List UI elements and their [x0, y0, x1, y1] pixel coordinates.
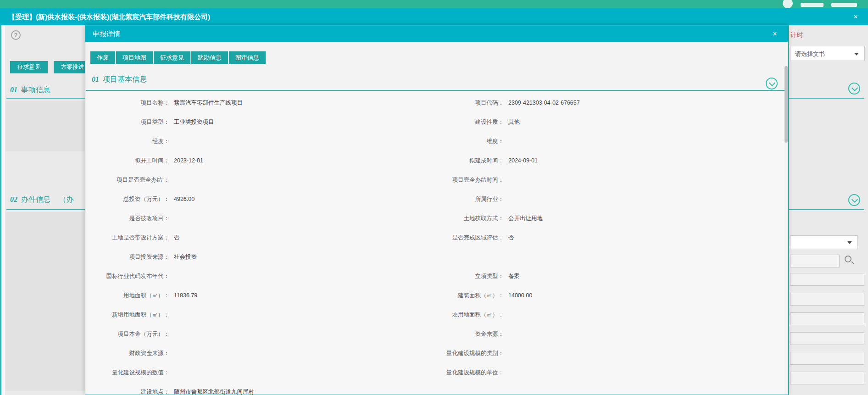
side-dropdown[interactable] — [790, 235, 858, 249]
document-select[interactable]: 请选择文书 — [790, 46, 865, 61]
search-input[interactable] — [790, 255, 840, 267]
caret-down-icon — [847, 241, 852, 244]
chevron-down-icon[interactable] — [848, 194, 860, 206]
section-label-suffix: （办 — [59, 195, 73, 203]
modal-tab-bar: 作废项目地图征求意见踏勘信息图审信息 — [90, 51, 266, 64]
form-row: 量化建设规模的数值：量化建设规模的单位： — [85, 363, 785, 382]
field-label: 拟建成时间： — [402, 151, 504, 170]
window-close-button[interactable]: × — [849, 8, 862, 25]
bg-section-title-matter-info: 01事项信息 — [10, 85, 50, 95]
modal-header: 申报详情 × — [85, 26, 788, 42]
caret-down-icon — [854, 53, 859, 56]
form-row: 项目名称：紫宸汽车零部件生产线项目项目代码：2309-421303-04-02-… — [85, 93, 785, 112]
search-icon[interactable] — [845, 256, 851, 262]
field-value: 紫宸汽车零部件生产线项目 — [174, 93, 243, 112]
field-label: 项目是否完全办结'： — [85, 170, 169, 189]
field-value: 社会投资 — [174, 247, 197, 267]
modal-tab-0[interactable]: 作废 — [90, 51, 115, 64]
side-input-1[interactable] — [790, 293, 864, 306]
document-select-value: 请选择文书 — [795, 46, 825, 61]
window-title-bar: 【受理】(新)供水报装-(供水报装)(湖北紫宸汽车部件科技有限公司) × — [0, 8, 868, 25]
page-button-0[interactable]: 征求意见 — [10, 61, 48, 73]
field-value: 随州市曾都区北郊街道九间屋村 — [174, 382, 254, 395]
field-value: 否 — [508, 228, 514, 247]
collapse-section-icon[interactable] — [766, 78, 778, 89]
form-row: 是否技改项目：土地获取方式：公开出让用地 — [85, 209, 785, 228]
side-input-4[interactable] — [790, 352, 864, 365]
help-icon[interactable]: ? — [11, 30, 21, 40]
field-value: 14000.00 — [508, 286, 532, 305]
field-label: 量化建设规模的数值： — [85, 363, 169, 382]
side-input-3[interactable] — [790, 332, 864, 345]
top-user-strip — [0, 0, 868, 8]
field-label: 建设性质： — [402, 112, 504, 132]
form-row: 建设地点：随州市曾都区北郊街道九间屋村 — [85, 382, 785, 395]
field-value: 2023-12-01 — [174, 151, 203, 170]
modal-close-button[interactable]: × — [769, 26, 780, 42]
form-row: 项目本金（万元）：资金来源： — [85, 324, 785, 344]
field-label: 项目本金（万元）： — [85, 324, 169, 344]
side-input-0[interactable] — [790, 273, 864, 286]
modal-title: 申报详情 — [93, 30, 120, 38]
case-info-panel — [6, 212, 85, 391]
field-value: 公开出让用地 — [508, 209, 543, 228]
field-label: 是否技改项目： — [85, 209, 169, 228]
field-label: 经度： — [85, 132, 169, 151]
section-number: 01 — [92, 75, 99, 83]
modal-tab-3[interactable]: 踏勘信息 — [191, 51, 228, 64]
section-number: 02 — [10, 195, 17, 203]
user-name-text — [801, 3, 823, 7]
modal-scrollbar-thumb[interactable] — [785, 66, 788, 143]
field-label: 项目代码： — [402, 93, 504, 112]
form-row: 财政资金来源：量化建设规模的类别： — [85, 344, 785, 363]
modal-tab-1[interactable]: 项目地图 — [116, 51, 153, 64]
field-label: 量化建设规模的类别： — [402, 344, 504, 363]
form-row: 新增用地面积（㎡）：农用地面积（㎡）： — [85, 305, 785, 324]
field-label: 所属行业： — [402, 189, 504, 209]
field-label: 财政资金来源： — [85, 344, 169, 363]
side-input-5[interactable] — [790, 372, 864, 384]
field-label: 土地获取方式： — [402, 209, 504, 228]
section-number: 01 — [10, 86, 17, 94]
field-label: 项目类型： — [85, 112, 169, 132]
field-value: 11836.79 — [174, 286, 197, 305]
field-label: 项目投资来源： — [85, 247, 169, 267]
modal-section-title: 01项目基本信息 — [92, 75, 147, 84]
field-label: 总投资（万元）： — [85, 189, 169, 209]
field-label: 土地是否带设计方案： — [85, 228, 169, 247]
side-input-2[interactable] — [790, 312, 864, 325]
field-value: 工业类投资项目 — [174, 112, 214, 132]
form-row: 项目投资来源：社会投资 — [85, 247, 785, 267]
field-label: 项目名称： — [85, 93, 169, 112]
timer-label: 计时 — [790, 31, 803, 39]
field-value: 备案 — [508, 267, 520, 286]
field-label: 立项类型： — [402, 267, 504, 286]
form-row: 用地面积（㎡）：11836.79建筑面积（㎡）：14000.00 — [85, 286, 785, 305]
bg-section-title-case-info: 02办件信息 （办 — [10, 195, 73, 205]
field-value: 否 — [174, 228, 180, 247]
field-value: 2024-09-01 — [508, 151, 538, 170]
chevron-down-icon[interactable] — [848, 83, 860, 95]
form-row: 土地是否带设计方案：否是否完成区域评估：否 — [85, 228, 785, 247]
field-value: 其他 — [508, 112, 520, 132]
user-avatar[interactable] — [783, 0, 793, 8]
matter-info-panel — [6, 101, 85, 151]
section-label: 办件信息 — [21, 195, 50, 203]
field-label: 国标行业代码发布年代： — [85, 267, 169, 286]
page-left-gutter — [1, 25, 5, 395]
section-label: 事项信息 — [21, 86, 50, 94]
section-label: 项目基本信息 — [103, 75, 147, 83]
field-label: 建设地点： — [85, 382, 169, 395]
form-row: 拟开工时间：2023-12-01拟建成时间：2024-09-01 — [85, 151, 785, 170]
form-row: 项目类型：工业类投资项目建设性质：其他 — [85, 112, 785, 132]
application-window: ? 征求意见方案推进 01事项信息 02办件信息 （办 计时 请选择文书 【受理… — [0, 0, 868, 395]
modal-tab-4[interactable]: 图审信息 — [229, 51, 266, 64]
field-label: 拟开工时间： — [85, 151, 169, 170]
field-label: 建筑面积（㎡）： — [402, 286, 504, 305]
field-value: 2309-421303-04-02-676657 — [508, 93, 580, 112]
modal-tab-2[interactable]: 征求意见 — [154, 51, 190, 64]
field-label: 农用地面积（㎡）： — [402, 305, 504, 324]
field-label: 新增用地面积（㎡）： — [85, 305, 169, 324]
form-row: 经度：维度： — [85, 132, 785, 151]
field-label: 资金来源： — [402, 324, 504, 344]
